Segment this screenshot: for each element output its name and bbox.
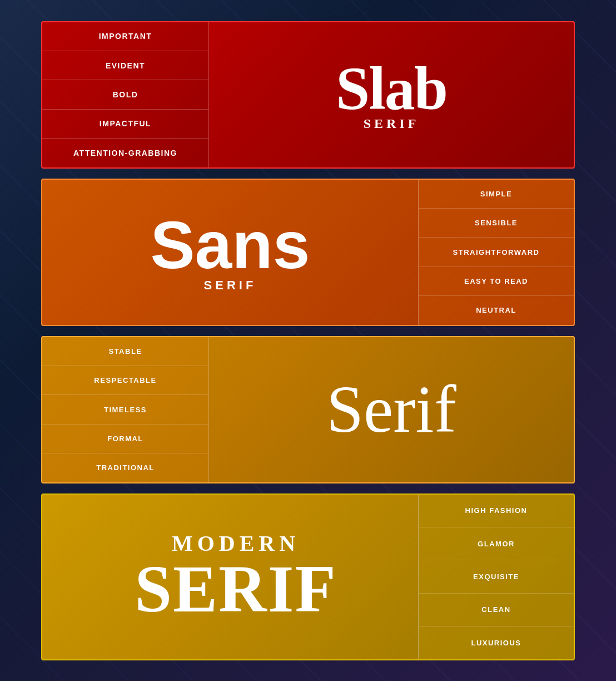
modern-labels: HIGH FASHION GLAMOR EXQUISITE CLEAN LUXU… [418, 495, 574, 659]
serif-card: STABLE RESPECTABLE TIMELESS FORMAL TRADI… [41, 336, 575, 483]
serif-big-word: Serif [326, 376, 456, 443]
serif-label-2: RESPECTABLE [42, 366, 208, 395]
modern-label-1: HIGH FASHION [419, 495, 574, 527]
slab-labels: IMPORTANT EVIDENT BOLD IMPACTFUL ATTENTI… [42, 22, 209, 167]
slab-label-5: ATTENTION-GRABBING [42, 139, 208, 167]
sans-label-3: STRAIGHTFORWARD [419, 238, 574, 267]
modern-label-2: GLAMOR [419, 527, 574, 560]
sans-labels: SIMPLE SENSIBLE STRAIGHTFORWARD EASY TO … [418, 180, 574, 325]
sans-serif-card: Sans SERIF SIMPLE SENSIBLE STRAIGHTFORWA… [41, 179, 575, 326]
sans-label-1: SIMPLE [419, 180, 574, 209]
sans-label-5: NEUTRAL [419, 296, 574, 324]
sans-sub-word: SERIF [204, 278, 257, 293]
serif-label-3: TIMELESS [42, 395, 208, 424]
serif-label-5: TRADITIONAL [42, 453, 208, 482]
serif-labels: STABLE RESPECTABLE TIMELESS FORMAL TRADI… [42, 337, 209, 482]
sans-main: Sans SERIF [42, 180, 418, 325]
sans-big-word: Sans [151, 211, 310, 278]
sans-label-4: EASY TO READ [419, 267, 574, 296]
slab-serif-card: IMPORTANT EVIDENT BOLD IMPACTFUL ATTENTI… [41, 21, 575, 169]
serif-label-4: FORMAL [42, 425, 208, 453]
modern-label-3: EXQUISITE [419, 560, 574, 593]
slab-label-1: IMPORTANT [42, 22, 208, 51]
slab-label-2: EVIDENT [42, 51, 208, 80]
modern-serif-card: MODERN SERIF HIGH FASHION GLAMOR EXQUISI… [41, 494, 575, 660]
modern-label-4: CLEAN [419, 594, 574, 626]
serif-label-1: STABLE [42, 337, 208, 366]
slab-sub-word: SERIF [364, 116, 420, 131]
slab-main: Slab SERIF [209, 22, 574, 167]
modern-label-5: LUXURIOUS [419, 626, 574, 659]
slab-label-3: BOLD [42, 80, 208, 109]
slab-label-4: IMPACTFUL [42, 110, 208, 139]
modern-big-word: SERIF [135, 556, 336, 623]
serif-main: Serif [209, 337, 574, 482]
slab-big-word: Slab [336, 58, 447, 119]
sans-label-2: SENSIBLE [419, 209, 574, 238]
modern-main: MODERN SERIF [42, 495, 418, 659]
